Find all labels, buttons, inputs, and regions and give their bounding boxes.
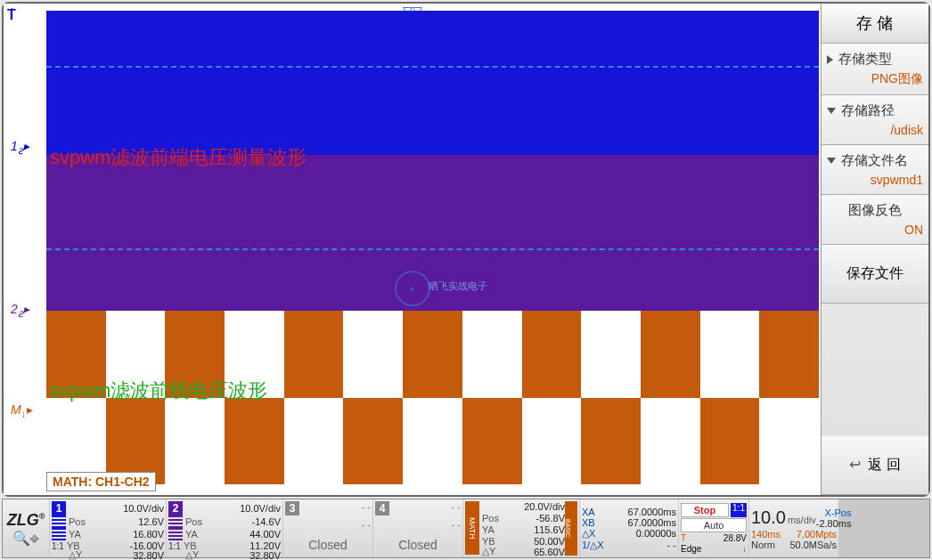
ch3-badge: 3	[285, 501, 299, 515]
ch4-badge: 4	[375, 501, 389, 515]
storage-filename-item[interactable]: 存储文件名 svpwmd1	[822, 145, 928, 195]
storage-side-panel: 存 储 存储类型 PNG图像 存储路径 /udisk 存储文件名 svpwmd1…	[822, 4, 928, 495]
cursor-line-ya[interactable]	[46, 66, 819, 68]
chevron-down-icon	[827, 158, 836, 164]
annotation-green: svpwm滤波前线电压波形	[50, 377, 267, 404]
math-ground-marker[interactable]: M↓▸	[11, 402, 33, 419]
math-badge: MATH	[465, 501, 479, 555]
brand-logo: ZLG® 🔍⎆	[3, 499, 49, 557]
magnifier-icon[interactable]: 🔍⎆	[12, 530, 39, 547]
dc-coupling-icon	[52, 515, 66, 528]
edge-falling-icon: ↓	[742, 544, 747, 554]
stop-button[interactable]: Stop	[681, 503, 729, 517]
ch4-info-box[interactable]: 4- - - - Closed	[373, 499, 462, 557]
trigger-marker: T	[7, 7, 16, 23]
chevron-right-icon	[827, 55, 833, 64]
status-bar: ZLG® 🔍⎆ 110.0V/div Pos12.6V YA16.80V 1:1…	[2, 499, 930, 558]
cursor-info-box[interactable]: XA67.0000ms XB67.0000ms △X0.00000s 1/△X-…	[580, 499, 678, 557]
dc-coupling-icon	[52, 528, 66, 540]
save-file-button[interactable]: 保存文件	[822, 245, 928, 304]
chevron-down-icon	[827, 108, 836, 114]
back-arrow-icon: ↩	[849, 456, 861, 473]
panel-header: 存 储	[822, 4, 928, 44]
trigger-status-box[interactable]: Stop 1:1 Auto T28.8V Edge↓	[679, 499, 748, 557]
timebase-box[interactable]: 10.0ms/div X-Pos -2.80ms 140ms7.00Mpts N…	[749, 499, 838, 557]
watermark-text: 晒飞实战电子	[429, 280, 487, 293]
basic-badge: BASIC	[565, 501, 577, 556]
trigger-mode[interactable]: Auto	[681, 518, 747, 532]
annotation-red: svpwm滤波前端电压测量波形	[50, 144, 307, 171]
image-invert-item[interactable]: 图像反色 ON	[822, 195, 928, 245]
ch1-info-box[interactable]: 110.0V/div Pos12.6V YA16.80V 1:1YB-16.00…	[50, 499, 166, 557]
watermark-logo-icon: ●	[395, 271, 430, 306]
trig-ch-icon: 1:1	[731, 503, 747, 517]
storage-type-item[interactable]: 存储类型 PNG图像	[822, 44, 928, 95]
ch3-info-box[interactable]: 3- - - - Closed	[283, 499, 372, 557]
ch2-ground-marker[interactable]: 2ƨ▸	[11, 302, 29, 320]
cursor-line-yb[interactable]	[46, 248, 819, 250]
waveform-display[interactable]: ↑ T ▽▽	[4, 4, 822, 495]
dc-coupling-icon	[168, 528, 183, 540]
ch1-badge: 1	[52, 501, 66, 515]
dc-coupling-icon	[168, 515, 183, 528]
math-source-label: MATH: CH1-CH2	[46, 472, 156, 491]
back-button[interactable]: ↩返 回	[822, 436, 928, 495]
math-info-box[interactable]: MATH 20.0V/div Pos-56.8V YA115.6V YB50.0…	[463, 499, 579, 557]
ch2-badge: 2	[168, 501, 183, 515]
ch1-ground-marker[interactable]: 1ƨ▸	[11, 139, 29, 157]
ch2-info-box[interactable]: 210.0V/div Pos-14.6V YA44.00V 1:1YB11.20…	[167, 499, 282, 557]
storage-path-item[interactable]: 存储路径 /udisk	[822, 95, 928, 145]
ch1-waveform	[46, 11, 819, 155]
